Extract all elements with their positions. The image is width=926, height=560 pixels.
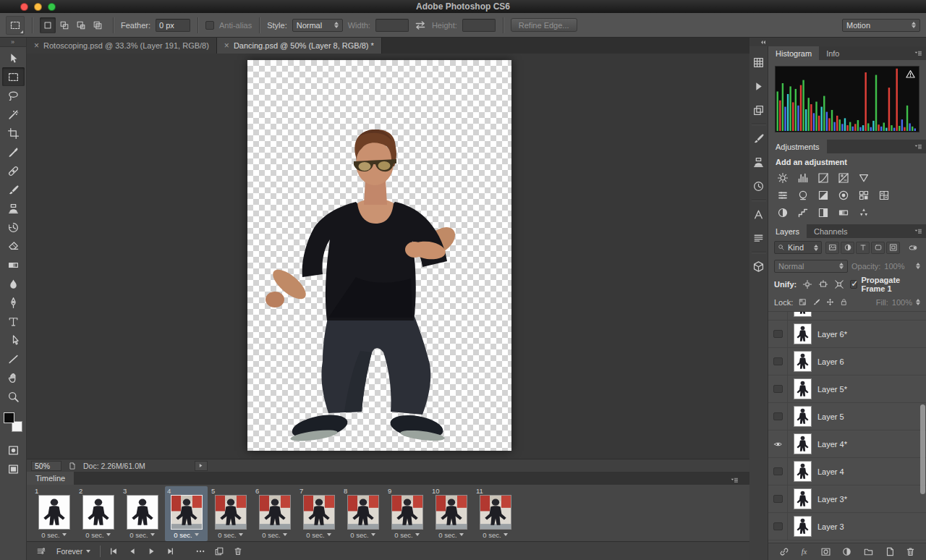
shape-filter-button[interactable]: [871, 242, 885, 254]
delete-layer-button[interactable]: [904, 546, 917, 558]
clone-source-panel-icon-button[interactable]: [752, 155, 766, 169]
previous-frame-button[interactable]: [124, 545, 141, 558]
frame-duration-select[interactable]: 0 sec.: [394, 530, 419, 540]
type-tool[interactable]: [2, 312, 25, 331]
layers-scrollbar-thumb[interactable]: [920, 404, 925, 494]
timeline-frame[interactable]: 40 sec.: [165, 486, 208, 541]
intersect-with-selection-button[interactable]: [90, 17, 106, 33]
black-white-adjustment-button[interactable]: [816, 188, 831, 202]
document-canvas[interactable]: [247, 60, 511, 451]
timeline-frame[interactable]: 100 sec.: [430, 486, 472, 541]
collapse-panels-icon[interactable]: [758, 39, 768, 46]
cached-data-warning-icon[interactable]: [905, 69, 916, 80]
eraser-tool[interactable]: [2, 237, 25, 255]
photo-filter-adjustment-button[interactable]: [836, 188, 851, 202]
unify-style-button[interactable]: [832, 278, 846, 290]
current-tool-badge[interactable]: [6, 16, 25, 35]
document-tab[interactable]: ×Rotoscoping.psd @ 33.3% (Layer 191, RGB…: [27, 38, 217, 54]
adjustment-filter-button[interactable]: [841, 242, 854, 254]
panel-menu-icon[interactable]: [912, 49, 925, 58]
timeline-options-icon[interactable]: [33, 545, 50, 558]
filter-kind-select[interactable]: Kind: [774, 241, 822, 254]
gradient-map-adjustment-button[interactable]: [836, 205, 851, 219]
color-balance-adjustment-button[interactable]: [796, 188, 810, 202]
subtract-from-selection-button[interactable]: [73, 17, 89, 33]
layer-visibility-toggle[interactable]: [768, 485, 788, 512]
loop-selector[interactable]: Forever: [53, 547, 94, 556]
timeline-frame[interactable]: 20 sec.: [77, 486, 119, 541]
zoom-window-button[interactable]: [48, 3, 56, 11]
line-tool[interactable]: [2, 349, 25, 368]
unify-position-button[interactable]: [800, 278, 815, 290]
tool-presets-panel-icon-button[interactable]: [752, 179, 766, 193]
panel-menu-icon[interactable]: [912, 227, 925, 236]
propagate-frame-checkbox[interactable]: [850, 280, 857, 289]
timeline-frame[interactable]: 10 sec.: [33, 486, 75, 541]
pixel-filter-button[interactable]: [825, 242, 839, 254]
new-group-button[interactable]: [862, 546, 875, 558]
screen-mode-tool[interactable]: [2, 459, 25, 478]
clone-stamp-tool[interactable]: [2, 199, 25, 218]
play-button[interactable]: [143, 545, 160, 558]
timeline-frame[interactable]: 70 sec.: [297, 486, 340, 541]
invert-adjustment-button[interactable]: [776, 205, 790, 219]
history-brush-tool[interactable]: [2, 218, 25, 237]
new-layer-button[interactable]: [883, 546, 896, 558]
new-adjustment-button[interactable]: [841, 546, 853, 558]
layer-row[interactable]: Layer 6: [768, 348, 926, 376]
layer-row[interactable]: Layer 4: [768, 458, 926, 485]
lock-pixels-button[interactable]: [810, 297, 822, 307]
feather-input[interactable]: [156, 19, 190, 32]
width-input[interactable]: [375, 19, 409, 32]
timeline-frame[interactable]: 60 sec.: [253, 486, 296, 541]
link-layers-button[interactable]: [778, 546, 790, 558]
zoom-tool[interactable]: [2, 387, 25, 406]
tween-button[interactable]: [192, 545, 209, 558]
first-frame-button[interactable]: [105, 545, 122, 558]
channel-mixer-adjustment-button[interactable]: [857, 188, 871, 202]
path-selection-tool[interactable]: [2, 331, 25, 349]
layer-visibility-toggle[interactable]: [768, 513, 788, 540]
close-window-button[interactable]: [20, 3, 28, 11]
canvas-area[interactable]: [27, 54, 749, 459]
color-lookup-adjustment-button[interactable]: [877, 188, 891, 202]
zoom-level-field[interactable]: 50%: [31, 461, 61, 471]
frame-duration-select[interactable]: 0 sec.: [262, 530, 286, 540]
timeline-frame[interactable]: 50 sec.: [209, 486, 252, 541]
frame-duration-select[interactable]: 0 sec.: [85, 530, 110, 540]
add-mask-button[interactable]: [820, 546, 832, 558]
layer-row[interactable]: Layer 4*: [768, 430, 926, 458]
lock-all-button[interactable]: [838, 297, 849, 307]
frame-duration-select[interactable]: 0 sec.: [306, 530, 331, 540]
opacity-value[interactable]: 100%: [884, 262, 904, 271]
workspace-select[interactable]: Motion: [842, 19, 920, 32]
rectangular-marquee-tool[interactable]: [2, 67, 25, 86]
panel-menu-icon[interactable]: [912, 143, 925, 151]
magic-wand-tool[interactable]: [2, 105, 25, 124]
tab-layers[interactable]: Layers: [768, 224, 807, 238]
layer-visibility-toggle[interactable]: [768, 458, 788, 485]
lasso-tool[interactable]: [2, 86, 25, 105]
toolbar-collapse-chevron[interactable]: »: [0, 38, 26, 47]
frame-duration-select[interactable]: 0 sec.: [483, 530, 507, 540]
panel-menu-icon[interactable]: [728, 476, 741, 485]
brush-presets-panel-icon-button[interactable]: [752, 131, 766, 145]
paragraph-panel-icon-button[interactable]: [752, 231, 766, 245]
frame-duration-select[interactable]: 0 sec.: [218, 530, 242, 540]
crop-tool[interactable]: [2, 124, 25, 143]
height-input[interactable]: [462, 19, 496, 32]
character-panel-icon-button[interactable]: [752, 207, 766, 221]
next-frame-button[interactable]: [161, 545, 179, 558]
add-to-selection-button[interactable]: [56, 17, 72, 33]
quick-mask-tool[interactable]: [2, 441, 25, 459]
blur-tool[interactable]: [2, 274, 25, 293]
fill-value[interactable]: 100%: [892, 298, 912, 307]
tab-channels[interactable]: Channels: [807, 224, 854, 238]
delete-frame-button[interactable]: [229, 545, 247, 558]
styles-panel-icon-button[interactable]: [752, 103, 766, 117]
layer-row[interactable]: Layer 5: [768, 403, 926, 430]
threed-panel-icon-button[interactable]: [752, 259, 766, 273]
levels-adjustment-button[interactable]: [796, 171, 810, 184]
gradient-tool[interactable]: [2, 255, 25, 274]
type-filter-button[interactable]: [856, 242, 870, 254]
